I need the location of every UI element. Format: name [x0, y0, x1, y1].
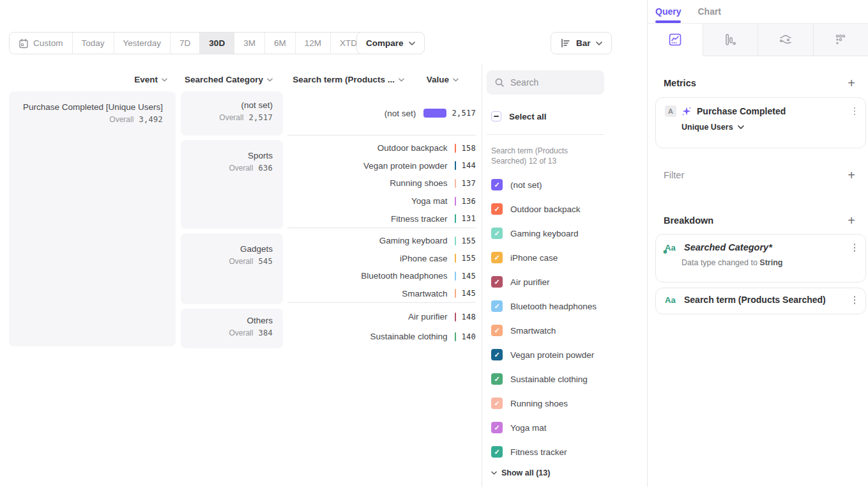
- range-12m[interactable]: 12M: [296, 33, 331, 54]
- series-checkbox[interactable]: ✓: [491, 203, 503, 215]
- metric-menu-button[interactable]: [853, 106, 857, 117]
- value-bar: [455, 214, 456, 223]
- category-cell[interactable]: (not set)Overall2,517: [181, 91, 283, 135]
- tab-retention[interactable]: [813, 24, 868, 56]
- measure-selector[interactable]: Unique Users: [681, 123, 857, 132]
- category-name: (not set): [191, 100, 273, 110]
- value-bar: [455, 161, 456, 170]
- breakdown-card-search-term[interactable]: Aa Search term (Products Searched): [655, 288, 866, 314]
- add-filter-button[interactable]: +: [848, 169, 855, 182]
- range-6m[interactable]: 6M: [265, 33, 296, 54]
- overall-label: Overall: [229, 257, 253, 266]
- breakdown-menu-button[interactable]: [853, 295, 857, 305]
- range-7d[interactable]: 7D: [171, 33, 200, 54]
- series-checkbox[interactable]: ✓: [491, 228, 503, 239]
- event-cell[interactable]: Purchase Completed [Unique Users] Overal…: [9, 91, 176, 346]
- range-custom[interactable]: Custom: [10, 33, 73, 54]
- table-row[interactable]: Yoga mat136: [287, 192, 476, 210]
- legend-item[interactable]: ✓Outdoor backpack: [491, 197, 604, 221]
- metric-card[interactable]: A Purchase Completed Unique Users: [655, 97, 866, 148]
- legend-item[interactable]: ✓Vegan protein powder: [491, 343, 604, 367]
- column-header-value[interactable]: Value: [415, 75, 459, 84]
- range-label: Today: [82, 38, 105, 48]
- show-all-toggle[interactable]: Show all (13): [491, 468, 550, 477]
- flows-icon: [778, 32, 793, 47]
- category-overall-value: 636: [258, 164, 273, 173]
- category-cell[interactable]: GadgetsOverall545: [181, 233, 283, 304]
- series-checkbox[interactable]: ✓: [491, 349, 503, 360]
- legend-item[interactable]: ✓Yoga mat: [491, 415, 604, 440]
- series-checkbox[interactable]: ✓: [491, 373, 503, 385]
- series-checkbox[interactable]: ✓: [491, 179, 503, 190]
- legend-item[interactable]: ✓Sustainable clothing: [491, 367, 604, 391]
- category-overall-value: 545: [258, 257, 273, 266]
- tab-insights[interactable]: [648, 24, 703, 56]
- select-all-label: Select all: [509, 112, 547, 121]
- column-header-search-term[interactable]: Search term (Products ...: [287, 75, 404, 84]
- value-bar: [455, 332, 456, 341]
- tab-query[interactable]: Query: [655, 0, 681, 23]
- series-checkbox[interactable]: ✓: [491, 398, 503, 409]
- table-row[interactable]: (not set)2,517: [287, 104, 476, 122]
- table-row[interactable]: Air purifier148: [287, 308, 476, 326]
- range-label: Custom: [33, 38, 63, 48]
- overall-label: Overall: [229, 329, 253, 337]
- series-checkbox[interactable]: ✓: [491, 252, 503, 263]
- table-row[interactable]: Fitness tracker131: [287, 210, 476, 228]
- add-breakdown-button[interactable]: +: [848, 214, 855, 227]
- legend-search-box[interactable]: [487, 70, 604, 95]
- column-header-searched-category[interactable]: Searched Category: [181, 75, 273, 84]
- legend-caption: Search term (Products Searched) 12 of 13: [491, 146, 600, 166]
- table-row[interactable]: Sustainable clothing140: [287, 328, 476, 346]
- range-yesterday[interactable]: Yesterday: [114, 33, 171, 54]
- table-row[interactable]: Smartwatch145: [287, 285, 476, 303]
- range-today[interactable]: Today: [73, 33, 114, 54]
- tab-flows[interactable]: [758, 24, 813, 56]
- legend-item[interactable]: ✓Fitness tracker: [491, 440, 604, 464]
- tab-funnels[interactable]: [703, 24, 758, 56]
- series-checkbox[interactable]: ✓: [491, 276, 503, 288]
- term-label: Vegan protein powder: [287, 161, 447, 171]
- column-header-event[interactable]: Event: [9, 75, 167, 84]
- series-label: (not set): [510, 180, 542, 190]
- series-label: Fitness tracker: [510, 447, 567, 457]
- range-label: 7D: [179, 38, 190, 48]
- series-checkbox[interactable]: ✓: [491, 422, 503, 433]
- legend-item[interactable]: ✓Smartwatch: [491, 318, 604, 343]
- legend-item[interactable]: ✓Gaming keyboard: [491, 221, 604, 245]
- add-metric-button[interactable]: +: [848, 77, 855, 89]
- table-row[interactable]: Running shoes137: [287, 174, 476, 192]
- category-cell[interactable]: SportsOverall636: [181, 140, 283, 229]
- series-label: Smartwatch: [510, 326, 556, 336]
- legend-item[interactable]: ✓(not set): [491, 173, 604, 197]
- chevron-down-icon: [162, 78, 167, 82]
- legend-item[interactable]: ✓Air purifier: [491, 270, 604, 294]
- range-30d[interactable]: 30D: [200, 33, 234, 54]
- series-checkbox[interactable]: ✓: [491, 300, 503, 312]
- legend-item[interactable]: ✓Running shoes: [491, 391, 604, 415]
- string-property-icon: Aa: [665, 295, 679, 305]
- metrics-heading: Metrics: [664, 78, 696, 88]
- tab-chart[interactable]: Chart: [697, 0, 721, 23]
- legend-item[interactable]: ✓iPhone case: [491, 245, 604, 270]
- table-row[interactable]: Outdoor backpack158: [287, 139, 476, 157]
- breakdown-card-searched-category[interactable]: Aa✱ Searched Category* Data type changed…: [655, 234, 866, 282]
- select-all-checkbox[interactable]: [491, 111, 501, 121]
- range-3m[interactable]: 3M: [234, 33, 265, 54]
- select-all-toggle[interactable]: Select all: [491, 111, 547, 121]
- table-row[interactable]: Gaming keyboard155: [287, 232, 476, 250]
- compare-button[interactable]: Compare: [356, 32, 425, 54]
- category-cell[interactable]: OthersOverall384: [181, 309, 283, 348]
- table-row[interactable]: Vegan protein powder144: [287, 157, 476, 175]
- legend-search-input[interactable]: [510, 77, 587, 88]
- series-checkbox[interactable]: ✓: [491, 325, 503, 336]
- legend-item[interactable]: ✓Bluetooth headphones: [491, 294, 604, 318]
- filter-heading: Filter: [664, 170, 684, 180]
- series-checkbox[interactable]: ✓: [491, 446, 503, 458]
- insights-icon: [667, 32, 683, 47]
- search-icon: [494, 77, 505, 88]
- breakdown-menu-button[interactable]: [853, 242, 857, 253]
- table-row[interactable]: Bluetooth headphones145: [287, 267, 476, 285]
- table-row[interactable]: iPhone case155: [287, 250, 476, 268]
- value-bar: [423, 109, 446, 118]
